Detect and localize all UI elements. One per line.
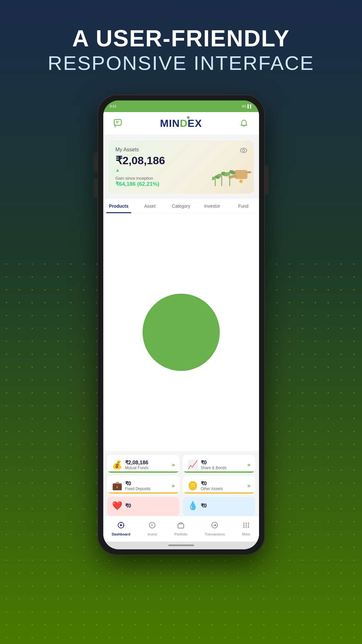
dashboard-icon bbox=[117, 521, 125, 531]
partial-card-blue[interactable]: 💧 ₹0 bbox=[183, 497, 255, 516]
chart-area bbox=[103, 213, 259, 451]
svg-point-29 bbox=[248, 523, 249, 524]
portfolio-icon bbox=[177, 521, 185, 531]
svg-point-31 bbox=[246, 525, 247, 526]
nav-portfolio[interactable]: Portfolio bbox=[174, 521, 187, 536]
nav-transactions[interactable]: Transactions bbox=[205, 521, 225, 536]
tab-investor[interactable]: Investor bbox=[197, 199, 228, 213]
shares-arrow: » bbox=[247, 461, 250, 468]
phone-wrapper: 9:41 4G ▌▌ MI bbox=[97, 95, 265, 555]
eye-icon[interactable] bbox=[240, 147, 247, 155]
plant-illustration: ₹ bbox=[212, 157, 254, 194]
headline-section: A USER-FRIENDLY RESPONSIVE INTERFACE bbox=[41, 0, 320, 88]
svg-point-28 bbox=[246, 523, 247, 524]
other-amount: ₹0 bbox=[201, 480, 245, 487]
more-icon bbox=[242, 521, 250, 531]
app-header: MINDEX bbox=[103, 112, 259, 135]
phone-outer: 9:41 4G ▌▌ MI bbox=[97, 95, 265, 555]
invest-icon: ₹ bbox=[148, 521, 156, 531]
svg-point-27 bbox=[243, 523, 245, 524]
other-arrow: » bbox=[247, 482, 250, 489]
shares-amount: ₹0 bbox=[201, 459, 245, 466]
bottom-partial-row: ❤️ ₹0 💧 ₹0 bbox=[103, 497, 259, 516]
nav-more[interactable]: More bbox=[242, 521, 250, 536]
phone-inner: 9:41 4G ▌▌ MI bbox=[103, 100, 259, 549]
shares-name: Share & Bonds bbox=[201, 466, 245, 470]
assets-card: My Assets ₹2,08,186 ▲ Gain since incepti… bbox=[108, 140, 254, 194]
svg-point-33 bbox=[243, 526, 245, 528]
chat-icon[interactable] bbox=[111, 116, 125, 130]
svg-rect-5 bbox=[235, 170, 247, 179]
assets-label: My Assets bbox=[116, 147, 247, 153]
fund-card-other[interactable]: 🪙 ₹0 Other Assets » bbox=[183, 476, 255, 494]
pie-chart bbox=[143, 294, 220, 371]
svg-point-34 bbox=[246, 526, 247, 528]
status-bar: 9:41 4G ▌▌ bbox=[103, 100, 259, 112]
mutual-funds-icon: 💰 bbox=[112, 460, 123, 470]
partial-card-pink[interactable]: ❤️ ₹0 bbox=[107, 497, 180, 516]
svg-point-4 bbox=[242, 149, 245, 151]
bottom-nav: Dashboard ₹ Invest bbox=[103, 516, 259, 542]
tab-category[interactable]: Category bbox=[165, 199, 197, 213]
headline-bold: A USER-FRIENDLY bbox=[48, 26, 314, 51]
fd-amount: ₹0 bbox=[125, 480, 169, 487]
nav-transactions-label: Transactions bbox=[205, 532, 225, 536]
partial-blue-amount: ₹0 bbox=[201, 503, 207, 509]
bell-icon[interactable] bbox=[237, 116, 251, 130]
nav-invest[interactable]: ₹ Invest bbox=[148, 521, 157, 536]
fund-card-shares[interactable]: 📈 ₹0 Share & Bonds » bbox=[183, 455, 255, 473]
partial-blue-icon: 💧 bbox=[187, 501, 198, 511]
svg-point-7 bbox=[248, 172, 250, 173]
status-time: 9:41 bbox=[110, 104, 116, 108]
signal-icon: 4G ▌▌ bbox=[242, 104, 252, 108]
nav-portfolio-label: Portfolio bbox=[174, 532, 187, 536]
tab-asset[interactable]: Asset bbox=[134, 199, 165, 213]
tab-products[interactable]: Products bbox=[103, 199, 135, 213]
svg-point-20 bbox=[120, 524, 122, 526]
partial-pink-icon: ❤️ bbox=[112, 501, 123, 511]
partial-pink-amount: ₹0 bbox=[125, 503, 131, 509]
nav-invest-label: Invest bbox=[148, 532, 157, 536]
nav-dashboard-label: Dashboard bbox=[112, 532, 130, 536]
svg-text:₹: ₹ bbox=[151, 524, 153, 527]
fd-name: Fixed Deposits bbox=[125, 487, 169, 491]
home-bar bbox=[168, 545, 194, 546]
nav-dashboard[interactable]: Dashboard bbox=[112, 521, 130, 536]
mutual-funds-name: Mutual Funds bbox=[125, 466, 169, 470]
app-logo: MINDEX bbox=[160, 118, 202, 129]
fd-icon: 💼 bbox=[112, 481, 123, 491]
transactions-icon bbox=[211, 521, 218, 531]
svg-point-3 bbox=[240, 148, 247, 153]
fd-arrow: » bbox=[172, 482, 175, 489]
fund-card-fd[interactable]: 💼 ₹0 Fixed Deposits » bbox=[107, 476, 180, 494]
other-icon: 🪙 bbox=[187, 481, 198, 491]
mutual-funds-amount: ₹2,08,186 bbox=[125, 459, 169, 466]
fund-card-mutual[interactable]: 💰 ₹2,08,186 Mutual Funds » bbox=[107, 455, 180, 473]
svg-rect-25 bbox=[178, 524, 184, 528]
home-indicator bbox=[103, 542, 259, 549]
headline-normal: RESPONSIVE INTERFACE bbox=[48, 51, 314, 75]
status-right: 4G ▌▌ bbox=[242, 104, 252, 108]
fund-grid: 💰 ₹2,08,186 Mutual Funds » 📈 ₹0 bbox=[103, 451, 259, 494]
other-name: Other Assets bbox=[201, 487, 245, 491]
svg-point-30 bbox=[243, 525, 245, 526]
nav-more-label: More bbox=[242, 532, 250, 536]
mutual-funds-arrow: » bbox=[172, 461, 175, 468]
tabs-row: Products Asset Category Investor Fund bbox=[103, 199, 259, 213]
tab-fund[interactable]: Fund bbox=[228, 199, 259, 213]
svg-text:₹: ₹ bbox=[240, 180, 242, 183]
svg-point-35 bbox=[248, 526, 249, 528]
shares-icon: 📈 bbox=[187, 460, 198, 470]
svg-point-32 bbox=[248, 525, 249, 526]
